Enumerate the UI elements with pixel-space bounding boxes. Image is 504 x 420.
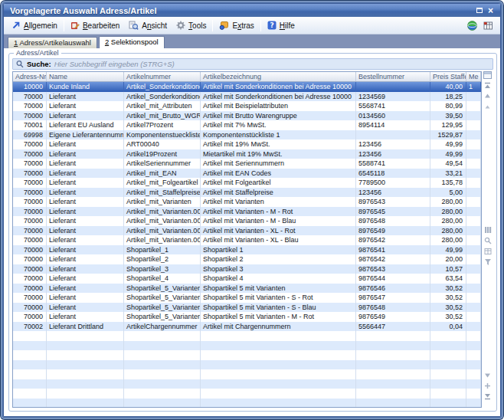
table-row[interactable]: 70000LieferantArtikel_mit_AttributenArti… [13, 101, 481, 111]
cell: Artikel_mit_Folgeartikel [124, 178, 201, 188]
table-row[interactable]: 70000LieferantShopartikel_5_Varianten.2S… [13, 303, 481, 313]
cell: 70000 [13, 235, 47, 245]
table-row[interactable]: 70000LieferantShopartikel_5_VariantenSho… [13, 284, 481, 294]
empty-row[interactable] [13, 331, 481, 341]
cell: Shopartikel 5 mit Varianten - S - Rot [201, 293, 356, 303]
cell: Komponentenstueckliste_1 [124, 130, 201, 140]
cell: 6545118 [356, 169, 430, 179]
tab-adress-artikelauswahl[interactable]: 1 Adress/Artikelauswahl [8, 37, 97, 48]
table-row[interactable]: 70000LieferantArtikel_mit_Varianten.003A… [13, 207, 481, 217]
table-row[interactable]: 70000LieferantShopartikel_5_Varianten.1S… [13, 293, 481, 303]
go-top-icon[interactable] [483, 81, 492, 89]
cell [466, 149, 481, 159]
column-header-artikelbezeichnung[interactable]: Artikelbezeichnung [201, 72, 356, 81]
columns-icon[interactable] [483, 226, 492, 234]
scroll-up-icon[interactable] [483, 92, 492, 100]
table-row[interactable]: 70000LieferantArtikel_mit_FolgeartikelAr… [13, 178, 481, 188]
empty-row[interactable] [13, 399, 481, 408]
table-row[interactable]: 70000LieferantArtikel_mit_Varianten.004A… [13, 216, 481, 226]
empty-row[interactable] [13, 341, 481, 351]
empty-row[interactable] [13, 360, 481, 370]
menu-item-hilfe[interactable]: ? Hilfe [263, 19, 299, 31]
empty-row[interactable] [13, 379, 481, 389]
cell [356, 399, 430, 408]
menu-item-ansicht[interactable]: Ansicht [124, 19, 172, 31]
cell [47, 350, 124, 360]
cell: 70000 [13, 264, 47, 274]
menu-item-tools[interactable]: Tools [172, 19, 211, 31]
column-header-preis-staffel-1[interactable]: Preis Staffel 1 [430, 72, 466, 81]
cell [13, 341, 47, 351]
grid-body: 10000Kunde InlandArtikel_Sonderkondition… [13, 82, 481, 407]
tools-icon [176, 21, 185, 30]
table-row[interactable]: 70000LieferantShopartikel_2Shopartikel 2… [13, 254, 481, 264]
close-button[interactable]: × [485, 5, 496, 16]
table-row[interactable]: 70000LieferantArtikel_mit_EANArtikel mit… [13, 169, 481, 179]
table-icon[interactable] [483, 248, 492, 255]
export-grid-icon[interactable] [483, 21, 493, 31]
filter-icon[interactable] [483, 258, 492, 266]
add-row-icon[interactable] [483, 382, 492, 389]
groupbox-label: Adress/Artikel [14, 49, 61, 57]
table-row[interactable]: 70000LieferantArtikel19ProzentMietartike… [13, 149, 481, 159]
cell [466, 130, 481, 140]
table-row[interactable]: 70000LieferantArtikel_SonderkonditionenA… [13, 92, 481, 102]
table-row[interactable]: 70000LieferantShopartikel_4Shopartikel 4… [13, 274, 481, 284]
table-row[interactable]: 70000LieferantArtikel_mit_VariantenArtik… [13, 197, 481, 207]
table-row[interactable]: 70000LieferantArtikelSeriennummerArtikel… [13, 159, 481, 169]
cell [466, 120, 481, 130]
cell: Artikel_Sonderkonditionen [124, 82, 201, 92]
table-row[interactable]: 70000LieferantArtikel_mit_Brutto_WGRArti… [13, 111, 481, 121]
menu-item-bearbeiten[interactable]: Bearbeiten [66, 19, 124, 31]
cell [466, 303, 481, 313]
search-grid-icon[interactable] [483, 237, 492, 244]
table-row[interactable]: 10000Kunde InlandArtikel_Sonderkondition… [13, 82, 481, 92]
column-header-bestellnummer[interactable]: Bestellnummer [356, 72, 430, 81]
table-row[interactable]: 70000LieferantART00040Artikel mit 19% Mw… [13, 139, 481, 149]
empty-row[interactable] [13, 350, 481, 360]
cell [466, 101, 481, 111]
cell: Eigene Lieferantennummer -Firma [47, 130, 124, 140]
table-row[interactable]: 70000LieferantShopartikel_5_Varianten.3S… [13, 312, 481, 322]
empty-row[interactable] [13, 369, 481, 379]
search-placeholder: Hier Suchbegriff eingeben (STRG+S) [54, 59, 489, 69]
table-row[interactable]: 70000LieferantArtikel_mit_StaffelpreiseA… [13, 188, 481, 198]
column-header-artikelnummer[interactable]: Artikelnummer [124, 72, 201, 81]
cell: 70000 [13, 274, 47, 284]
table-row[interactable]: 69998Eigene Lieferantennummer -FirmaKomp… [13, 130, 481, 140]
cell [13, 399, 47, 408]
cell: Shopartikel_5_Varianten.2 [124, 303, 201, 313]
search-field[interactable]: Suche: Hier Suchbegriff eingeben (STRG+S… [12, 58, 493, 70]
cell: 70002 [13, 322, 47, 332]
go-bottom-icon[interactable] [483, 392, 492, 400]
cell: Lieferant [47, 235, 124, 245]
empty-row[interactable] [13, 389, 481, 399]
cell: 9876549 [356, 312, 430, 322]
cell: Lieferant [47, 188, 124, 198]
table-row[interactable]: 70000LieferantShopartikel_1Shopartikel 1… [13, 245, 481, 255]
table-row[interactable]: 70000LieferantShopartikel_3Shopartikel 3… [13, 264, 481, 274]
cell: Mietartikel mit 19% MwSt. [201, 149, 356, 159]
table-row[interactable]: 70001Lieferant EU AuslandArtikel7Prozent… [13, 120, 481, 130]
globe-icon[interactable] [467, 21, 477, 31]
cell: 123456 [356, 149, 430, 159]
cell: 70000 [13, 139, 47, 149]
table-row[interactable]: 70002Lieferant DrittlandArtikelChargennu… [13, 322, 481, 332]
column-chooser-icon[interactable] [483, 71, 492, 79]
column-header-name[interactable]: Name [47, 72, 124, 81]
cell [124, 360, 201, 370]
restore-button[interactable] [473, 5, 485, 16]
menu-item-extras[interactable]: Extras [214, 19, 258, 31]
table-row[interactable]: 70000LieferantArtikel_mit_Varianten.005A… [13, 226, 481, 236]
scroll-down-icon[interactable] [483, 371, 492, 379]
cell [356, 331, 430, 341]
cell: Artikel mit Folgeartikel [201, 178, 356, 188]
cell: Artikel mit Seriennummern [201, 159, 356, 169]
column-header-adress-nr-[interactable]: Adress-Nr. [13, 72, 47, 81]
cell: 8976549 [356, 226, 430, 236]
menu-item-allgemein[interactable]: Allgemein [7, 19, 62, 31]
tab-selektionspool[interactable]: 2 Selektionspool [99, 36, 165, 48]
table-row[interactable]: 70000LieferantArtikel_mit_Varianten.006A… [13, 235, 481, 245]
page-up-icon[interactable] [483, 103, 492, 110]
column-header-me[interactable]: Me [466, 72, 481, 81]
